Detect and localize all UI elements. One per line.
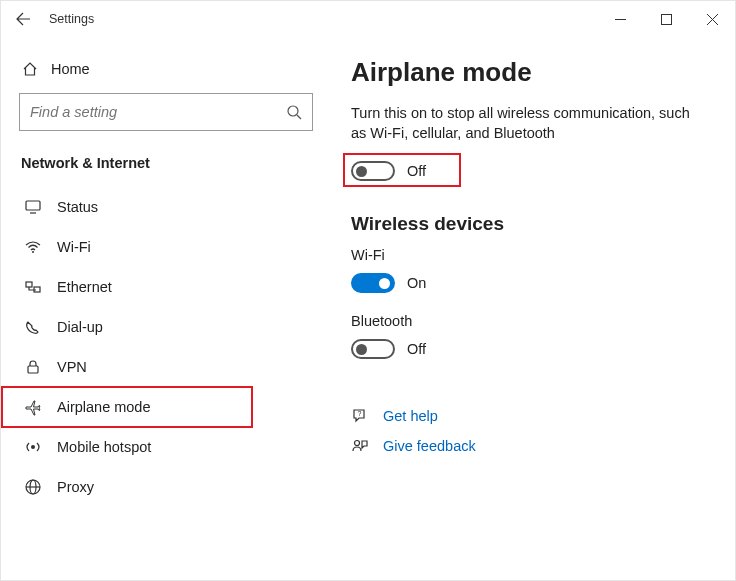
- wifi-label: Wi-Fi: [351, 247, 695, 263]
- svg-rect-6: [26, 201, 40, 210]
- close-button[interactable]: [689, 3, 735, 35]
- airplane-toggle-row: Off: [351, 157, 695, 185]
- help-label: Get help: [383, 408, 438, 424]
- bluetooth-label: Bluetooth: [351, 313, 695, 329]
- nav-dialup[interactable]: Dial-up: [19, 307, 313, 347]
- dialup-icon: [23, 318, 43, 336]
- vpn-icon: [23, 358, 43, 376]
- nav-status[interactable]: Status: [19, 187, 313, 227]
- svg-point-4: [288, 106, 298, 116]
- airplane-icon: [23, 398, 43, 416]
- sidebar: Home Network & Internet Status Wi-Fi Eth…: [1, 37, 331, 580]
- nav-label: VPN: [57, 359, 87, 375]
- wireless-header: Wireless devices: [351, 213, 695, 235]
- nav-label: Proxy: [57, 479, 94, 495]
- content-area: Airplane mode Turn this on to stop all w…: [331, 37, 735, 580]
- nav-proxy[interactable]: Proxy: [19, 467, 313, 507]
- airplane-toggle[interactable]: [351, 161, 395, 181]
- search-field[interactable]: [30, 104, 261, 120]
- page-title: Airplane mode: [351, 57, 695, 88]
- window-title: Settings: [49, 12, 597, 26]
- svg-rect-11: [28, 366, 38, 373]
- nav-airplane[interactable]: Airplane mode: [19, 387, 313, 427]
- wifi-toggle-row: On: [351, 269, 695, 297]
- home-button[interactable]: Home: [19, 55, 313, 91]
- nav-label: Mobile hotspot: [57, 439, 151, 455]
- minimize-button[interactable]: [597, 3, 643, 35]
- svg-rect-9: [26, 282, 32, 287]
- help-links: ? Get help Give feedback: [351, 407, 695, 455]
- wifi-toggle[interactable]: [351, 273, 395, 293]
- wifi-toggle-state: On: [407, 275, 426, 291]
- search-input[interactable]: [19, 93, 313, 131]
- hotspot-icon: [23, 438, 43, 456]
- svg-text:?: ?: [358, 410, 362, 417]
- maximize-icon: [661, 14, 672, 25]
- give-feedback-link[interactable]: Give feedback: [351, 437, 695, 455]
- nav-label: Status: [57, 199, 98, 215]
- maximize-button[interactable]: [643, 3, 689, 35]
- search-icon: [286, 104, 302, 120]
- nav-ethernet[interactable]: Ethernet: [19, 267, 313, 307]
- airplane-toggle-state: Off: [407, 163, 426, 179]
- nav-hotspot[interactable]: Mobile hotspot: [19, 427, 313, 467]
- arrow-left-icon: [15, 11, 31, 27]
- ethernet-icon: [23, 278, 43, 296]
- svg-point-8: [32, 251, 34, 253]
- help-icon: ?: [351, 407, 369, 425]
- nav-vpn[interactable]: VPN: [19, 347, 313, 387]
- proxy-icon: [23, 478, 43, 496]
- nav-label: Airplane mode: [57, 399, 151, 415]
- svg-point-17: [355, 441, 360, 446]
- bluetooth-toggle[interactable]: [351, 339, 395, 359]
- nav-list: Status Wi-Fi Ethernet Dial-up VPN Ai: [19, 187, 313, 507]
- status-icon: [23, 198, 43, 216]
- feedback-label: Give feedback: [383, 438, 476, 454]
- close-icon: [707, 14, 718, 25]
- title-bar: Settings: [1, 1, 735, 37]
- minimize-icon: [615, 14, 626, 25]
- page-description: Turn this on to stop all wireless commun…: [351, 104, 695, 143]
- svg-line-5: [297, 115, 301, 119]
- home-icon: [21, 61, 39, 77]
- wifi-icon: [23, 238, 43, 256]
- svg-rect-1: [661, 14, 671, 24]
- svg-point-12: [31, 445, 35, 449]
- bluetooth-toggle-state: Off: [407, 341, 426, 357]
- feedback-icon: [351, 437, 369, 455]
- nav-wifi[interactable]: Wi-Fi: [19, 227, 313, 267]
- bluetooth-toggle-row: Off: [351, 335, 695, 363]
- category-header: Network & Internet: [19, 149, 313, 187]
- nav-label: Dial-up: [57, 319, 103, 335]
- window-controls: [597, 3, 735, 35]
- get-help-link[interactable]: ? Get help: [351, 407, 695, 425]
- nav-label: Ethernet: [57, 279, 112, 295]
- home-label: Home: [51, 61, 90, 77]
- nav-label: Wi-Fi: [57, 239, 91, 255]
- back-button[interactable]: [15, 11, 39, 27]
